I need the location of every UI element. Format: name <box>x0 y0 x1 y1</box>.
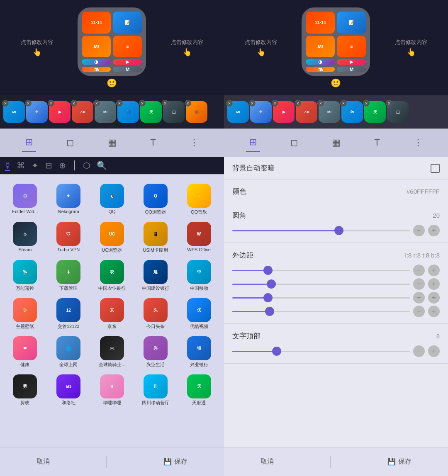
list-item[interactable]: B哔哩哔哩 <box>91 372 133 408</box>
corner-decrease-btn[interactable]: − <box>413 225 425 236</box>
list-item[interactable]: 银兴业银行 <box>178 334 220 370</box>
close-btn[interactable]: × <box>363 100 370 107</box>
list-item[interactable]: 农中国农业银行 <box>91 257 133 294</box>
close-btn[interactable]: × <box>2 100 9 107</box>
right-dock-blue[interactable]: × 🛍 <box>341 101 363 123</box>
dock-app-screenshot[interactable]: × ⬚ <box>163 101 185 123</box>
list-item[interactable]: ✈Nekogram <box>48 181 90 218</box>
list-item[interactable]: 剪剪映 <box>4 372 46 408</box>
margin-slider-thumb-4[interactable] <box>265 307 274 316</box>
toolbar-grid-icon[interactable]: ⊞ <box>22 134 36 152</box>
apps-toolbar-cmd-icon[interactable]: ⌘ <box>17 160 25 170</box>
apps-toolbar-sparkle-icon[interactable]: ✦ <box>32 160 39 170</box>
close-btn[interactable]: × <box>48 100 54 107</box>
dock-app-mibrowser[interactable]: × MI <box>3 101 25 123</box>
margin4-decrease-btn[interactable]: − <box>413 306 425 317</box>
toolbar-rect-icon[interactable]: ◻ <box>63 134 77 151</box>
close-btn[interactable]: × <box>317 100 324 107</box>
dock-app-basketball[interactable]: × 🏀 <box>186 101 207 123</box>
apps-toolbar-grid-icon[interactable]: ⊟ <box>45 160 52 170</box>
color-value[interactable]: #60FFFFFF <box>407 188 440 195</box>
text-top-increase-btn[interactable]: + <box>428 345 440 357</box>
right-dock-screenshot[interactable]: × ⬚ <box>387 101 409 123</box>
margin-slider-track-1[interactable] <box>232 270 410 271</box>
dock-app-nekogram[interactable]: × ✈ <box>26 101 48 123</box>
margin-slider-thumb-1[interactable] <box>263 266 273 275</box>
corner-slider-track[interactable] <box>232 230 410 231</box>
close-btn[interactable]: × <box>162 100 168 107</box>
list-item[interactable]: 🐧QQ <box>91 181 133 218</box>
dock-app-mi2[interactable]: × MI <box>95 101 116 123</box>
close-btn[interactable]: × <box>295 100 301 107</box>
list-item[interactable]: ♪QQ音乐 <box>178 181 220 218</box>
list-item[interactable]: QQQ浏览器 <box>134 181 176 218</box>
folder-widget-left[interactable]: 11·11 📝 MI ≡ ◑ ▶ 🛍 M <box>78 7 146 76</box>
left-hint-left[interactable]: 点击修改内容 👆 <box>21 39 53 57</box>
margin-slider-track-4[interactable] <box>232 311 410 312</box>
toolbar-text-icon[interactable]: T <box>147 134 159 151</box>
apps-toolbar-globe-icon[interactable]: ⊕ <box>59 160 66 170</box>
margin3-increase-btn[interactable]: + <box>428 292 440 304</box>
margin4-increase-btn[interactable]: + <box>428 306 440 317</box>
close-btn[interactable]: × <box>386 100 392 107</box>
close-btn[interactable]: × <box>139 100 146 107</box>
list-item[interactable]: 📡万能遥控 <box>4 257 46 294</box>
dock-app-tianfu[interactable]: × 天 <box>140 101 162 123</box>
text-top-decrease-btn[interactable]: − <box>413 345 425 357</box>
margin-slider-track-2[interactable] <box>232 284 410 285</box>
margin-slider-thumb-2[interactable] <box>267 279 276 289</box>
list-item[interactable]: 头今日头条 <box>134 296 176 332</box>
right-save-button[interactable]: 💾 保存 <box>371 453 428 470</box>
list-item[interactable]: ⬇下载管理 <box>48 257 90 294</box>
close-btn[interactable]: × <box>340 100 347 107</box>
folder-widget-right[interactable]: 11·11 📝 MI ≡ ◑ ▶ 🛍 M <box>302 7 370 76</box>
right-cancel-button[interactable]: 取消 <box>244 453 290 470</box>
text-top-slider-track[interactable] <box>232 351 410 352</box>
apps-toolbar-android-icon[interactable]: ☿ <box>5 160 10 171</box>
close-btn[interactable]: × <box>185 100 191 107</box>
margin3-decrease-btn[interactable]: − <box>413 292 425 304</box>
dock-app-blue[interactable]: × 🔵 <box>117 101 139 123</box>
right-dock-tianfu[interactable]: × 天 <box>364 101 386 123</box>
right-toolbar-pattern-icon[interactable]: ▦ <box>329 134 344 151</box>
list-item[interactable]: ⊞Folder Wid... <box>4 181 46 218</box>
close-btn[interactable]: × <box>93 100 100 107</box>
margin2-increase-btn[interactable]: + <box>428 278 440 290</box>
bg-auto-dim-checkbox[interactable] <box>431 164 440 173</box>
toolbar-more-icon[interactable]: ⋮ <box>186 134 202 151</box>
list-item[interactable]: ❤健康 <box>4 334 46 370</box>
right-toolbar-grid-icon[interactable]: ⊞ <box>246 134 260 152</box>
close-btn[interactable]: × <box>116 100 123 107</box>
margin2-decrease-btn[interactable]: − <box>413 278 425 290</box>
right-hint-right[interactable]: 点击修改内容 👆 <box>395 39 427 57</box>
list-item[interactable]: ♨Steam <box>4 219 46 256</box>
margin-slider-track-3[interactable] <box>232 297 410 299</box>
corner-increase-btn[interactable]: + <box>428 225 440 236</box>
right-dock-nekogram[interactable]: × ✈ <box>250 101 272 123</box>
close-btn[interactable]: × <box>249 100 256 107</box>
close-btn[interactable]: × <box>25 100 32 107</box>
right-toolbar-text-icon[interactable]: T <box>371 134 383 151</box>
list-item[interactable]: 兴兴业生活 <box>134 334 176 370</box>
list-item[interactable]: 📱USIM卡应用 <box>134 219 176 256</box>
list-item[interactable]: 🌐全球上网 <box>48 334 90 370</box>
list-item[interactable]: 🎨主题壁纸 <box>4 296 46 332</box>
right-dock-mi[interactable]: × MI <box>227 101 249 123</box>
list-item[interactable]: 天天府通 <box>178 372 220 408</box>
right-dock-mi2[interactable]: × MI <box>319 101 340 123</box>
list-item[interactable]: 5G和络社 <box>48 372 90 408</box>
toolbar-pattern-icon[interactable]: ▦ <box>105 134 120 151</box>
left-hint-right[interactable]: 点击修改内容 👆 <box>171 39 203 57</box>
left-cancel-button[interactable]: 取消 <box>20 453 66 470</box>
left-save-button[interactable]: 💾 保存 <box>147 453 204 470</box>
apps-toolbar-search-icon[interactable]: 🔍 <box>97 160 107 170</box>
dock-app-game[interactable]: × 7.0 <box>72 101 93 123</box>
right-dock-video[interactable]: × ▶ <box>273 101 295 123</box>
right-toolbar-rect-icon[interactable]: ◻ <box>287 134 301 151</box>
close-btn[interactable]: × <box>272 100 278 107</box>
list-item[interactable]: WWPS Office <box>178 219 220 256</box>
margin-slider-thumb-3[interactable] <box>263 293 273 302</box>
right-hint-left[interactable]: 点击修改内容 👆 <box>245 39 277 57</box>
corner-slider-thumb[interactable] <box>334 226 343 235</box>
list-item[interactable]: 京京东 <box>91 296 133 332</box>
